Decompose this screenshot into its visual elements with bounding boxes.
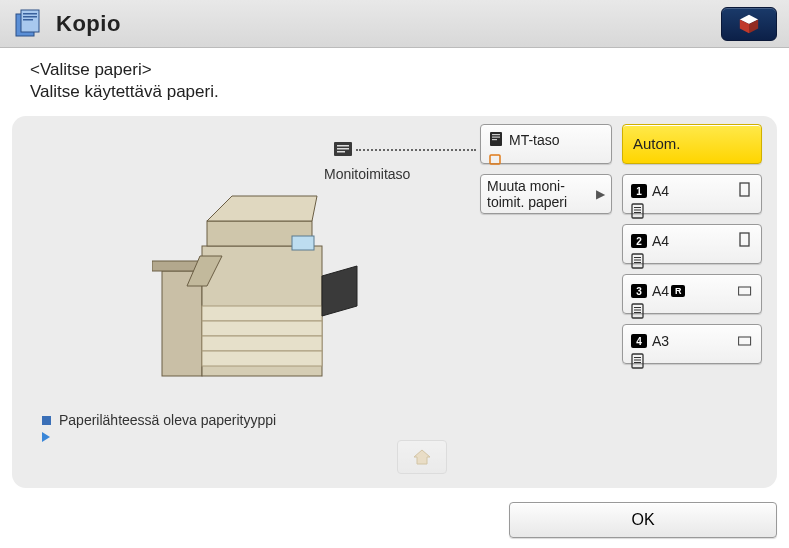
svg-rect-14	[202, 351, 322, 366]
svg-rect-47	[634, 360, 641, 361]
svg-rect-35	[632, 254, 643, 268]
printer-illustration	[152, 176, 372, 396]
change-mp-paper-label: Muuta moni- toimit. paperi	[487, 178, 567, 210]
svg-rect-37	[634, 260, 641, 261]
copy-app-icon	[12, 8, 44, 40]
r-badge: R	[671, 285, 685, 297]
instruction-text: Valitse käytettävä paperi.	[30, 82, 789, 102]
svg-marker-49	[414, 450, 430, 464]
tray-3-button[interactable]: 3 A4 R	[622, 274, 762, 314]
landscape-icon	[737, 331, 753, 351]
chevron-right-icon: ▶	[596, 187, 605, 201]
header-title: Kopio	[56, 11, 121, 37]
svg-rect-23	[337, 151, 345, 153]
tray-1-button[interactable]: 1 A4	[622, 174, 762, 214]
doc-lines-icon	[631, 253, 645, 271]
svg-rect-17	[292, 236, 314, 250]
svg-rect-41	[634, 307, 641, 308]
svg-rect-2	[23, 13, 37, 15]
svg-rect-38	[634, 262, 641, 263]
instruction-title: <Valitse paperi>	[30, 60, 789, 80]
svg-rect-34	[740, 233, 749, 246]
tray-autom-label: Autom.	[633, 135, 681, 152]
mt-taso-label: MT-taso	[509, 132, 560, 148]
cube-icon	[738, 13, 760, 35]
portrait-icon	[737, 231, 753, 251]
legend-square-marker	[42, 416, 51, 425]
svg-rect-40	[632, 304, 643, 318]
svg-marker-18	[322, 266, 357, 316]
svg-rect-45	[632, 354, 643, 368]
doc-dark-icon	[489, 131, 503, 149]
svg-rect-28	[490, 155, 500, 164]
landscape-icon	[737, 281, 753, 301]
svg-rect-4	[23, 19, 33, 21]
house-faded-icon	[412, 448, 432, 466]
tray-number-badge: 2	[631, 234, 647, 248]
svg-rect-44	[739, 337, 751, 345]
svg-rect-33	[634, 212, 641, 213]
instruction-block: <Valitse paperi> Valitse käytettävä pape…	[0, 48, 789, 108]
svg-rect-43	[634, 312, 641, 313]
tray-2-button[interactable]: 2 A4	[622, 224, 762, 264]
tray-size-label: A4	[652, 283, 669, 299]
svg-rect-13	[202, 336, 322, 351]
main-panel: Monitoimitaso MT-taso Muuta moni- toimit…	[12, 116, 777, 488]
svg-rect-22	[337, 148, 349, 150]
legend-triangle-marker	[42, 432, 50, 442]
change-mp-paper-button[interactable]: Muuta moni- toimit. paperi ▶	[480, 174, 612, 214]
mt-callout-icon	[330, 140, 356, 162]
mt-callout-label: Monitoimitaso	[324, 166, 410, 182]
svg-rect-39	[739, 287, 751, 295]
svg-rect-27	[492, 139, 497, 140]
tray-4-button[interactable]: 4 A3	[622, 324, 762, 364]
tray-size-label: A4	[652, 233, 669, 249]
doc-lines-icon	[631, 203, 645, 221]
menu-3d-button[interactable]	[721, 7, 777, 41]
doc-lines-icon	[631, 303, 645, 321]
tray-number-badge: 1	[631, 184, 647, 198]
svg-rect-21	[337, 145, 349, 147]
tray-orange-icon	[489, 151, 503, 169]
svg-rect-48	[634, 362, 641, 363]
svg-rect-46	[634, 357, 641, 358]
svg-rect-12	[202, 321, 322, 336]
header-bar: Kopio	[0, 0, 789, 48]
mt-taso-button[interactable]: MT-taso	[480, 124, 612, 164]
svg-rect-8	[162, 271, 202, 376]
svg-rect-31	[634, 207, 641, 208]
tray-autom-button[interactable]: Autom.	[622, 124, 762, 164]
tray-number-badge: 4	[631, 334, 647, 348]
svg-rect-32	[634, 210, 641, 211]
portrait-icon	[737, 181, 753, 201]
svg-marker-16	[207, 196, 317, 221]
svg-rect-3	[23, 16, 37, 18]
svg-rect-29	[740, 183, 749, 196]
callout-connector	[356, 149, 476, 151]
tray-size-label: A3	[652, 333, 669, 349]
tray-number-badge: 3	[631, 284, 647, 298]
legend-block: Paperilähteessä oleva paperityyppi	[42, 408, 276, 442]
svg-rect-36	[634, 257, 641, 258]
svg-rect-26	[492, 137, 500, 138]
svg-rect-25	[492, 134, 500, 135]
ok-button[interactable]: OK	[509, 502, 777, 538]
svg-rect-11	[202, 306, 322, 321]
svg-rect-42	[634, 310, 641, 311]
ok-button-label: OK	[631, 511, 654, 529]
tray-size-label: A4	[652, 183, 669, 199]
disabled-favorite-button	[397, 440, 447, 474]
svg-rect-30	[632, 204, 643, 218]
legend-text: Paperilähteessä oleva paperityyppi	[59, 412, 276, 428]
doc-lines-icon	[631, 353, 645, 371]
